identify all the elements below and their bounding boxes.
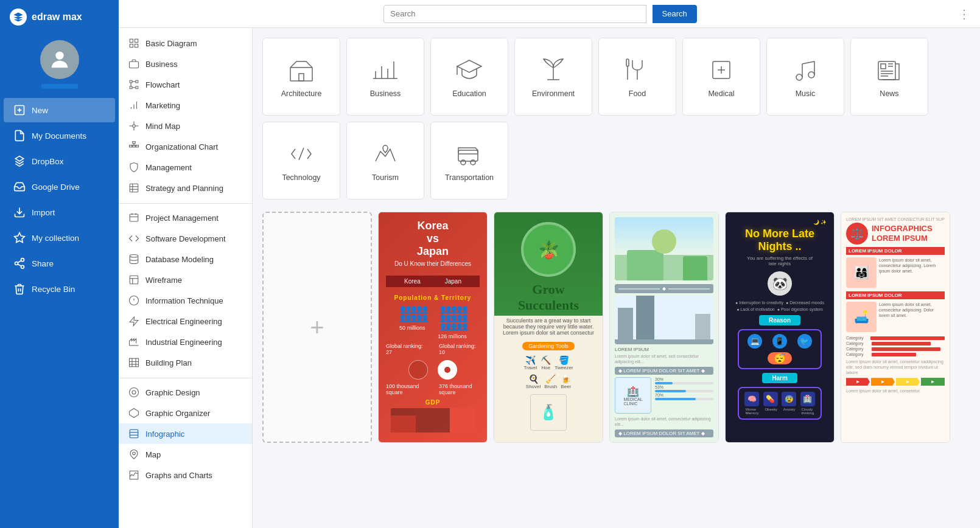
menu-item-software-dev-label: Software Development [145, 234, 226, 243]
svg-point-39 [130, 255, 138, 258]
sidebar-item-my-documents[interactable]: My Documents [4, 123, 115, 148]
menu-item-flowchart[interactable]: Flowchart [119, 74, 252, 95]
category-technology[interactable]: Technology [262, 122, 340, 200]
architecture-icon [287, 55, 316, 85]
category-education[interactable]: Education [430, 38, 508, 116]
menu-item-mind-map[interactable]: Mind Map [119, 116, 252, 136]
menu-item-wireframe[interactable]: Wireframe [119, 269, 252, 290]
menu-item-business[interactable]: Business [119, 54, 252, 74]
svg-rect-55 [130, 429, 138, 438]
svg-rect-12 [135, 39, 138, 42]
menu-item-basic-diagram[interactable]: Basic Diagram [119, 33, 252, 54]
basic-diagram-icon [128, 38, 139, 49]
menu-item-marketing[interactable]: Marketing [119, 95, 252, 116]
sidebar-item-google-drive[interactable]: Google Drive [4, 175, 115, 199]
menu-item-management-label: Management [145, 163, 192, 172]
sidebar-item-new[interactable]: New [4, 98, 115, 122]
menu-item-business-label: Business [145, 60, 178, 69]
menu-item-project-management-label: Project Management [145, 214, 219, 223]
category-food[interactable]: Food [598, 38, 676, 116]
new-template-card[interactable]: + [262, 212, 372, 443]
business-cat-label: Business [370, 89, 401, 98]
medical-label: Medical [708, 89, 734, 98]
menu-item-graphs-charts[interactable]: Graphs and Charts [119, 465, 252, 485]
korea-japan-title: KoreavsJapan [417, 220, 449, 258]
category-architecture[interactable]: Architecture [262, 38, 340, 116]
menu-item-graphic-organizer-label: Graphic Organizer [145, 409, 210, 418]
menu-item-map[interactable]: Map [119, 444, 252, 465]
project-management-icon [128, 212, 139, 223]
svg-rect-61 [299, 74, 304, 81]
menu-item-strategy[interactable]: Strategy and Planning [119, 178, 252, 198]
template-succulents[interactable]: 🪴 GrowSucculents Succulents are a great … [494, 212, 603, 443]
menu-item-project-management[interactable]: Project Management [119, 207, 252, 228]
management-icon [128, 162, 139, 173]
user-profile-icon[interactable]: ⋮ [958, 7, 970, 21]
menu-item-building-plan[interactable]: Building Plan [119, 352, 252, 373]
menu-item-info-technique[interactable]: Information Technique [119, 290, 252, 311]
technology-label: Technology [282, 173, 320, 182]
transportation-label: Transportation [445, 173, 494, 182]
category-music[interactable]: Music [766, 38, 844, 116]
environment-label: Environment [532, 89, 575, 98]
menu-section-2: Project Management Software Development … [119, 207, 252, 373]
education-label: Education [452, 89, 486, 98]
search-input[interactable] [383, 5, 646, 23]
svg-line-9 [18, 264, 21, 266]
category-business[interactable]: Business [346, 38, 424, 116]
template-landscape[interactable]: ◆ LOREM IPSUM Lorem ipsum dolor sit amet… [609, 212, 719, 443]
left-panel: Basic Diagram Business Flowchart Marketi… [119, 28, 253, 528]
menu-item-software-dev[interactable]: Software Development [119, 228, 252, 249]
share-icon [13, 257, 26, 269]
sidebar-item-dropbox[interactable]: DropBox [4, 149, 115, 173]
svg-point-75 [808, 72, 814, 78]
template-korea-japan[interactable]: KoreavsJapan Do U Know their Differences… [378, 212, 488, 443]
category-environment[interactable]: Environment [514, 38, 592, 116]
korea-japan-subtitle: Do U Know their Differences [394, 260, 471, 267]
menu-item-graphic-organizer[interactable]: Graphic Organizer [119, 403, 252, 423]
svg-point-58 [133, 452, 136, 455]
category-news[interactable]: News [850, 38, 928, 116]
music-label: Music [796, 89, 816, 98]
menu-divider-1 [119, 203, 252, 204]
tourism-label: Tourism [372, 173, 399, 182]
menu-item-electrical-label: Electrical Engineering [145, 317, 222, 326]
svg-rect-40 [130, 276, 138, 284]
svg-point-88 [461, 160, 466, 165]
menu-section-3: Graphic Design Graphic Organizer Infogra… [119, 382, 252, 485]
menu-item-mind-map-label: Mind Map [145, 122, 180, 131]
menu-item-graphic-design[interactable]: Graphic Design [119, 382, 252, 403]
search-button[interactable]: Search [653, 5, 697, 23]
category-medical[interactable]: Medical [682, 38, 760, 116]
category-tourism[interactable]: Tourism [346, 122, 424, 200]
software-dev-icon [128, 233, 139, 244]
sidebar-item-share[interactable]: Share [4, 251, 115, 276]
svg-marker-5 [15, 233, 25, 243]
menu-item-management[interactable]: Management [119, 157, 252, 178]
menu-item-org-chart[interactable]: Organizational Chart [119, 136, 252, 157]
sidebar-item-google-drive-label: Google Drive [32, 182, 80, 192]
svg-rect-11 [130, 39, 133, 42]
svg-line-78 [802, 61, 814, 64]
menu-item-infographic[interactable]: Infographic [119, 423, 252, 444]
menu-item-marketing-label: Marketing [145, 101, 180, 110]
category-transportation[interactable]: Transportation [430, 122, 508, 200]
template-infographics-lorem[interactable]: LOREM IPSUM SIT AMET CONSECTUR ELIT SUP … [841, 212, 950, 443]
avatar-bar [41, 84, 78, 89]
menu-item-industrial[interactable]: Industrial Engineering [119, 332, 252, 352]
svg-point-74 [796, 74, 802, 80]
app-name: edraw max [32, 12, 82, 23]
sidebar-item-recycle-bin[interactable]: Recycle Bin [4, 277, 115, 301]
sidebar-item-my-collection[interactable]: My collection [4, 226, 115, 250]
sidebar-item-import[interactable]: Import [4, 200, 115, 224]
template-late-nights[interactable]: 🌙 ✨ No More LateNights .. You are suffer… [725, 212, 835, 443]
menu-item-database[interactable]: Database Modeling [119, 249, 252, 269]
info-technique-icon [128, 295, 139, 306]
infographic-icon [128, 428, 139, 439]
graphic-design-icon [128, 387, 139, 398]
menu-item-database-label: Database Modeling [145, 255, 214, 264]
svg-rect-47 [130, 358, 139, 367]
google-drive-icon [13, 181, 26, 193]
menu-item-electrical[interactable]: Electrical Engineering [119, 311, 252, 332]
dropbox-icon [13, 155, 26, 167]
